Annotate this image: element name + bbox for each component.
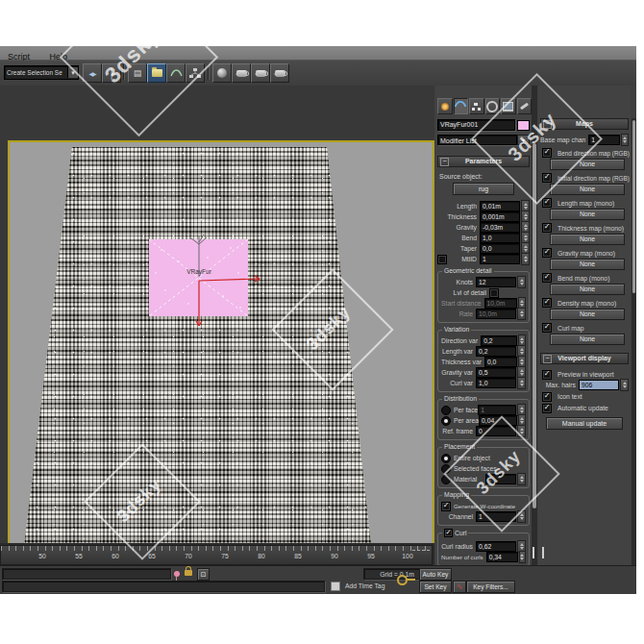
length-map-checkbox[interactable] xyxy=(542,198,552,208)
align-icon[interactable] xyxy=(102,63,121,83)
modifier-list-dropdown[interactable]: Modifier List xyxy=(437,135,517,145)
gravity-var-field[interactable]: 0,5 xyxy=(476,367,516,378)
time-tag-area[interactable]: Add Time Tag xyxy=(327,581,386,591)
maps-rollout[interactable]: Maps xyxy=(540,118,629,130)
tab-create[interactable] xyxy=(437,98,453,114)
initial-direction-map-checkbox[interactable] xyxy=(542,173,552,183)
knots-field[interactable]: 12 xyxy=(476,277,516,287)
mtlid-field[interactable]: 1 xyxy=(480,254,520,264)
entire-object-radio[interactable] xyxy=(441,454,451,463)
rendered-frame-window-icon[interactable] xyxy=(251,63,270,83)
thickness-field[interactable]: 0,001m xyxy=(480,211,520,222)
spinner[interactable] xyxy=(519,551,526,563)
ref-frame-field[interactable]: 0 xyxy=(476,426,516,436)
mtlid-checkbox[interactable] xyxy=(437,255,447,264)
vrayfur-gizmo[interactable]: VRayFur xyxy=(10,142,433,581)
tab-utilities[interactable] xyxy=(517,98,533,114)
tab-modify[interactable] xyxy=(454,98,469,114)
parameters-rollout[interactable]: Parameters xyxy=(437,156,530,167)
viewport-display-rollout[interactable]: Viewport display xyxy=(540,353,629,364)
per-area-radio[interactable] xyxy=(441,416,451,426)
automatic-update-checkbox[interactable] xyxy=(542,404,552,413)
spinner[interactable] xyxy=(517,276,526,288)
length-field[interactable]: 0,01m xyxy=(480,201,520,211)
thickness-map-checkbox[interactable] xyxy=(542,223,552,233)
chevron-down-icon[interactable] xyxy=(517,135,530,145)
per-area-field[interactable]: 0,04 xyxy=(479,415,516,426)
material-editor-icon[interactable] xyxy=(212,63,232,83)
material-radio[interactable] xyxy=(441,475,451,484)
tab-hierarchy[interactable] xyxy=(469,98,484,114)
bend-map-button[interactable]: None xyxy=(550,284,625,295)
manual-update-button[interactable]: Manual update xyxy=(546,417,623,430)
collapse-icon[interactable] xyxy=(543,355,552,363)
density-map-checkbox[interactable] xyxy=(542,298,552,308)
pin-stack-icon[interactable] xyxy=(174,568,180,579)
curl-map-checkbox[interactable] xyxy=(542,323,552,333)
preview-checkbox[interactable] xyxy=(542,370,552,380)
bend-direction-map-checkbox[interactable] xyxy=(542,148,552,158)
icon-text-checkbox[interactable] xyxy=(542,392,552,402)
gravity-map-button[interactable]: None xyxy=(550,259,625,270)
material-id-field[interactable]: 1 xyxy=(485,474,516,484)
tab-display[interactable] xyxy=(501,98,516,114)
source-object-button[interactable]: rug xyxy=(453,183,514,195)
command-panel-scrollbar[interactable] xyxy=(532,86,537,565)
selection-lock-icon[interactable] xyxy=(185,566,192,577)
num-curls-field[interactable]: 0,34 xyxy=(486,552,518,562)
taper-field[interactable]: 0,0 xyxy=(480,243,520,254)
length-map-button[interactable]: None xyxy=(550,209,625,220)
spinner[interactable] xyxy=(517,308,526,320)
lod-checkbox[interactable] xyxy=(489,288,499,298)
curve-editor-icon[interactable] xyxy=(166,63,186,83)
spinner[interactable] xyxy=(621,134,629,146)
set-key-button[interactable]: Set Key xyxy=(419,581,452,593)
mirror-icon[interactable] xyxy=(83,63,102,83)
thickness-var-field[interactable]: 0,0 xyxy=(484,357,518,367)
spinner[interactable] xyxy=(517,473,526,485)
render-icon[interactable] xyxy=(270,63,289,83)
generate-w-checkbox[interactable] xyxy=(441,502,451,511)
length-var-field[interactable]: 0,2 xyxy=(476,346,516,357)
channel-field[interactable]: 1 xyxy=(476,511,516,522)
tab-motion[interactable] xyxy=(485,98,501,114)
key-filters-button[interactable]: Key Filters... xyxy=(466,581,515,593)
per-face-radio[interactable] xyxy=(441,406,451,415)
spinner[interactable] xyxy=(521,253,530,265)
spinner[interactable] xyxy=(517,510,526,523)
maps-panel-scrollbar[interactable] xyxy=(632,118,636,565)
panel-resize-handle[interactable] xyxy=(533,547,544,558)
thickness-map-button[interactable]: None xyxy=(550,234,625,245)
curl-checkbox[interactable] xyxy=(444,529,453,537)
new-key-filter-icon[interactable] xyxy=(453,581,466,593)
perspective-viewport[interactable]: VRayFur xyxy=(8,140,434,582)
density-map-button[interactable]: None xyxy=(550,309,625,320)
object-color-swatch[interactable] xyxy=(517,120,530,131)
graph-editors-icon[interactable] xyxy=(147,63,166,83)
add-time-tag-label[interactable]: Add Time Tag xyxy=(343,582,386,589)
max-hairs-field[interactable]: 906 xyxy=(579,380,619,390)
absolute-offset-toggle[interactable]: ⊡ xyxy=(197,568,210,581)
schematic-view-icon[interactable] xyxy=(186,63,205,83)
start-distance-field[interactable]: 10,0m xyxy=(484,298,518,309)
bend-direction-map-button[interactable]: None xyxy=(550,159,625,170)
auto-key-button[interactable]: Auto Key xyxy=(419,568,452,581)
scrollbar-thumb[interactable] xyxy=(632,120,635,293)
collapse-icon[interactable] xyxy=(543,120,552,129)
spinner[interactable] xyxy=(517,425,526,437)
bend-field[interactable]: 1,0 xyxy=(480,233,520,243)
scrollbar-thumb[interactable] xyxy=(533,143,536,508)
per-face-field[interactable]: 1 xyxy=(478,405,516,415)
object-name-field[interactable]: VRayFur001 xyxy=(437,119,515,131)
selection-set-dropdown[interactable]: Create Selection Se xyxy=(4,65,79,80)
selected-faces-radio[interactable] xyxy=(441,464,451,474)
gravity-map-checkbox[interactable] xyxy=(542,248,552,258)
time-slider-ruler[interactable]: 50 55 60 65 70 75 80 85 90 95 100 xyxy=(0,545,433,565)
curl-radius-field[interactable]: 0,62 xyxy=(476,541,516,552)
initial-direction-map-button[interactable]: None xyxy=(550,184,625,195)
direction-var-field[interactable]: 0,2 xyxy=(481,335,517,346)
curl-var-field[interactable]: 1,0 xyxy=(476,378,516,388)
base-map-chan-field[interactable]: 1 xyxy=(588,135,620,145)
spinner[interactable] xyxy=(620,379,629,391)
bend-map-checkbox[interactable] xyxy=(542,273,552,283)
